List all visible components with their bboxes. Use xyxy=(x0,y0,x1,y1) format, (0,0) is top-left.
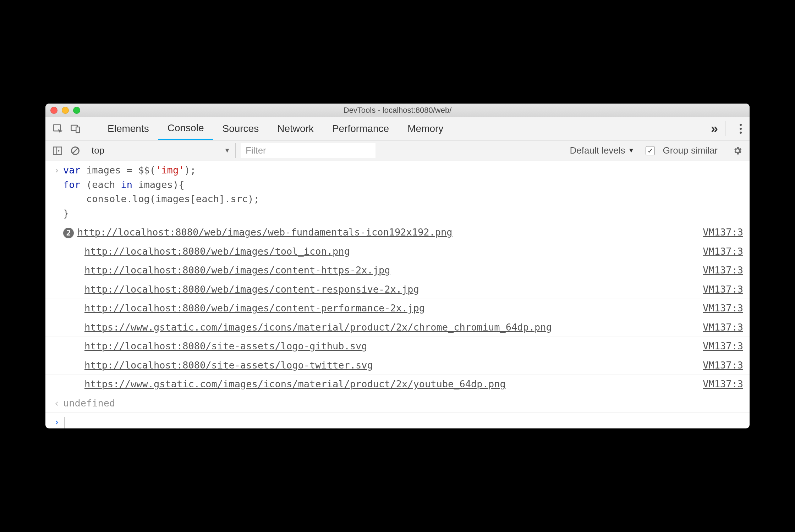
log-url-link[interactable]: http://localhost:8080/site-assets/logo-t… xyxy=(84,360,373,371)
tab-memory[interactable]: Memory xyxy=(398,117,453,140)
svg-line-7 xyxy=(73,148,78,153)
tab-performance[interactable]: Performance xyxy=(323,117,398,140)
console-log-row: http://localhost:8080/site-assets/logo-g… xyxy=(45,337,750,356)
tabs-host: ElementsConsoleSourcesNetworkPerformance… xyxy=(98,117,453,140)
log-source-link[interactable]: VM137:3 xyxy=(703,301,743,316)
log-source-link[interactable]: VM137:3 xyxy=(703,244,743,259)
tab-network[interactable]: Network xyxy=(268,117,323,140)
group-similar-label: Group similar xyxy=(663,145,718,156)
devtools-tabbar: ElementsConsoleSourcesNetworkPerformance… xyxy=(45,117,750,140)
window-controls xyxy=(50,107,80,114)
return-value: undefined xyxy=(63,396,743,411)
inspect-element-icon[interactable] xyxy=(50,121,66,137)
log-url-link[interactable]: https://www.gstatic.com/images/icons/mat… xyxy=(84,322,552,333)
log-url-link[interactable]: https://www.gstatic.com/images/icons/mat… xyxy=(84,378,506,389)
log-url-link[interactable]: http://localhost:8080/web/images/content… xyxy=(84,303,425,314)
console-log-row: http://localhost:8080/site-assets/logo-t… xyxy=(45,356,750,375)
text-cursor xyxy=(65,417,65,428)
devtools-menu-icon[interactable] xyxy=(736,124,745,134)
console-input-row: › var images = $$('img'); for (each in i… xyxy=(45,161,750,223)
log-source-link[interactable]: VM137:3 xyxy=(703,377,743,392)
dropdown-icon: ▼ xyxy=(224,147,230,154)
log-source-link[interactable]: VM137:3 xyxy=(703,320,743,335)
input-caret-icon: › xyxy=(54,163,60,178)
console-log-row: http://localhost:8080/web/images/content… xyxy=(45,261,750,280)
devtools-window: DevTools - localhost:8080/web/ ElementsC… xyxy=(45,104,750,428)
tab-console[interactable]: Console xyxy=(158,117,213,140)
console-settings-icon[interactable] xyxy=(731,144,744,157)
log-url-link[interactable]: http://localhost:8080/web/images/content… xyxy=(84,284,419,295)
console-log-row: https://www.gstatic.com/images/icons/mat… xyxy=(45,375,750,394)
console-log-row: http://localhost:8080/web/images/content… xyxy=(45,280,750,299)
tabs-overflow: » xyxy=(711,121,745,136)
console-log-row: https://www.gstatic.com/images/icons/mat… xyxy=(45,318,750,337)
console-output: › var images = $$('img'); for (each in i… xyxy=(45,161,750,428)
minimize-window-button[interactable] xyxy=(62,107,69,114)
prompt-caret-icon: › xyxy=(54,415,60,428)
dropdown-icon: ▼ xyxy=(628,147,635,154)
console-log-row: http://localhost:8080/web/images/content… xyxy=(45,299,750,318)
console-toolbar: top ▼ Default levels ▼ ✓ Group similar xyxy=(45,140,750,161)
context-value: top xyxy=(92,145,104,156)
zoom-window-button[interactable] xyxy=(73,107,80,114)
separator xyxy=(725,121,725,136)
console-filter-input[interactable] xyxy=(241,143,375,158)
log-source-link[interactable]: VM137:3 xyxy=(703,225,743,240)
group-similar-checkbox[interactable]: ✓ xyxy=(646,146,655,155)
console-prompt-row[interactable]: › xyxy=(45,413,750,428)
svg-rect-2 xyxy=(76,127,80,133)
log-url-link[interactable]: http://localhost:8080/site-assets/logo-g… xyxy=(84,340,367,351)
window-title: DevTools - localhost:8080/web/ xyxy=(45,106,750,115)
svg-marker-5 xyxy=(58,149,60,152)
more-tabs-icon[interactable]: » xyxy=(711,121,714,136)
titlebar: DevTools - localhost:8080/web/ xyxy=(45,104,750,117)
separator xyxy=(91,121,91,136)
tab-elements[interactable]: Elements xyxy=(98,117,158,140)
console-log-row: http://localhost:8080/web/images/tool_ic… xyxy=(45,242,750,261)
execution-context-select[interactable]: top ▼ xyxy=(87,143,236,158)
close-window-button[interactable] xyxy=(50,107,57,114)
log-url-link[interactable]: http://localhost:8080/web/images/web-fun… xyxy=(77,227,453,238)
show-console-sidebar-icon[interactable] xyxy=(51,144,64,157)
log-levels-select[interactable]: Default levels ▼ xyxy=(570,145,635,156)
input-code[interactable]: var images = $$('img'); for (each in ima… xyxy=(63,163,743,221)
svg-rect-3 xyxy=(53,147,61,154)
console-log-row: 2http://localhost:8080/web/images/web-fu… xyxy=(45,223,750,242)
repeat-count-badge: 2 xyxy=(63,228,74,238)
log-source-link[interactable]: VM137:3 xyxy=(703,282,743,297)
log-source-link[interactable]: VM137:3 xyxy=(703,358,743,373)
log-source-link[interactable]: VM137:3 xyxy=(703,263,743,278)
output-caret-icon: ‹ xyxy=(54,396,60,411)
clear-console-icon[interactable] xyxy=(69,144,82,157)
log-url-link[interactable]: http://localhost:8080/web/images/content… xyxy=(84,265,390,276)
levels-label: Default levels xyxy=(570,145,625,156)
console-return-row: ‹ undefined xyxy=(45,394,750,413)
device-mode-icon[interactable] xyxy=(67,121,84,137)
log-url-link[interactable]: http://localhost:8080/web/images/tool_ic… xyxy=(84,246,350,257)
tab-sources[interactable]: Sources xyxy=(213,117,268,140)
log-source-link[interactable]: VM137:3 xyxy=(703,339,743,354)
